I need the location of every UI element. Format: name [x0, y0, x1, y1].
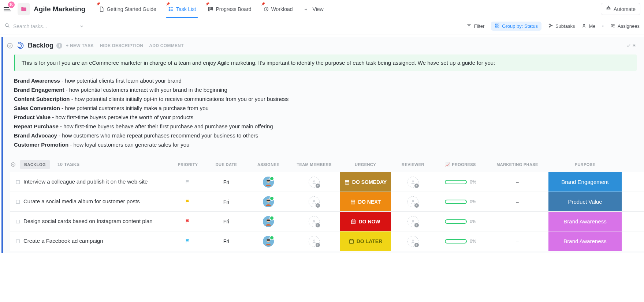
urgency-cell[interactable]: DO NEXT: [340, 192, 391, 211]
phase-cell[interactable]: –: [486, 231, 548, 251]
progress-cell[interactable]: 0%: [435, 192, 486, 211]
purpose-cell[interactable]: Brand Engagement: [548, 172, 622, 192]
tab-workload[interactable]: 📌 Workload: [257, 0, 299, 18]
chevron-down-icon[interactable]: [79, 24, 84, 29]
task-name[interactable]: Curate a social media album for customer…: [23, 198, 140, 205]
table-row[interactable]: Design social cards based on Instagram c…: [10, 211, 644, 231]
add-comment-button[interactable]: ADD COMMENT: [149, 43, 184, 48]
task-name[interactable]: Create a Facebook ad campaign: [23, 237, 103, 245]
add-reviewer-icon[interactable]: +: [407, 177, 418, 188]
col-phase[interactable]: MARKETING PHASE: [486, 162, 548, 167]
svg-rect-54: [351, 220, 355, 224]
reviewer-cell[interactable]: +: [391, 172, 435, 192]
task-name[interactable]: Interview a colleague and publish it on …: [23, 178, 148, 185]
col-team[interactable]: TEAM MEMBERS: [289, 162, 340, 167]
col-reviewer[interactable]: REVIEWER: [391, 162, 435, 167]
svg-point-67: [412, 240, 414, 241]
purpose-cell[interactable]: Brand Awareness: [548, 212, 622, 231]
tab-task-list[interactable]: 📌 Task List: [162, 0, 202, 18]
team-cell[interactable]: +: [289, 172, 340, 192]
me-button[interactable]: Me: [581, 23, 595, 29]
hide-description-button[interactable]: HIDE DESCRIPTION: [100, 43, 143, 48]
menu-toggle-button[interactable]: 10: [4, 4, 15, 15]
due-cell[interactable]: Fri: [204, 172, 248, 192]
task-name[interactable]: Design social cards based on Instagram c…: [23, 218, 153, 225]
table-row[interactable]: Create a Facebook ad campaign Fri + DO L…: [10, 231, 644, 251]
reviewer-cell[interactable]: +: [391, 231, 435, 251]
assignees-button[interactable]: Assignees: [610, 23, 640, 29]
svg-rect-43: [267, 200, 270, 201]
status-square-icon[interactable]: [16, 239, 20, 243]
add-reviewer-icon[interactable]: +: [407, 216, 418, 227]
assignee-cell[interactable]: [248, 192, 289, 211]
status-square-icon[interactable]: [16, 220, 20, 223]
collapse-group-icon[interactable]: [10, 162, 16, 167]
progress-cell[interactable]: 0%: [435, 231, 486, 251]
table-row[interactable]: Interview a colleague and publish it on …: [10, 172, 644, 192]
priority-cell[interactable]: [171, 212, 204, 231]
col-due[interactable]: DUE DATE: [204, 162, 248, 167]
col-progress[interactable]: 📈 PROGRESS: [435, 162, 486, 167]
space-title[interactable]: Agile Marketing: [34, 5, 85, 13]
progress-cell[interactable]: 0%: [435, 172, 486, 192]
urgency-cell[interactable]: DO LATER: [340, 231, 391, 251]
add-member-icon[interactable]: +: [309, 177, 320, 188]
phase-cell[interactable]: –: [486, 212, 548, 231]
status-square-icon[interactable]: [16, 200, 20, 204]
table-row[interactable]: Curate a social media album for customer…: [10, 192, 644, 211]
toolbar-right: Filter Group by: Status Subtasks Me • As…: [466, 22, 640, 31]
reviewer-cell[interactable]: +: [391, 212, 435, 231]
col-urgency[interactable]: URGENCY: [340, 162, 391, 167]
priority-cell[interactable]: [171, 231, 204, 251]
info-icon[interactable]: i: [56, 43, 62, 49]
purpose-cell[interactable]: Brand Awareness: [548, 231, 622, 251]
add-member-icon[interactable]: +: [309, 196, 320, 207]
priority-cell[interactable]: [171, 192, 204, 211]
urgency-cell[interactable]: DO NOW: [340, 212, 391, 231]
search-input-wrap[interactable]: [4, 23, 84, 30]
phase-cell[interactable]: –: [486, 192, 548, 211]
group-title[interactable]: Backlog i: [28, 42, 62, 49]
collapse-icon[interactable]: [7, 42, 13, 49]
definition-item: Sales Conversion - how potential custome…: [14, 105, 637, 111]
add-member-icon[interactable]: +: [309, 236, 320, 247]
team-cell[interactable]: +: [289, 231, 340, 251]
new-task-button[interactable]: + NEW TASK: [66, 43, 94, 48]
phase-cell[interactable]: –: [486, 172, 548, 192]
group-by-button[interactable]: Group by: Status: [491, 22, 541, 31]
priority-cell[interactable]: [171, 172, 204, 192]
due-cell[interactable]: Fri: [204, 192, 248, 211]
automate-button[interactable]: Automate: [601, 3, 640, 15]
col-priority[interactable]: PRIORITY: [171, 162, 204, 167]
tab-add-view[interactable]: + View: [299, 0, 330, 18]
progress-cell[interactable]: 0%: [435, 212, 486, 231]
svg-point-53: [313, 220, 315, 222]
automate-label: Automate: [614, 6, 636, 12]
assignee-cell[interactable]: [248, 172, 289, 192]
due-cell[interactable]: Fri: [204, 231, 248, 251]
doc-icon: [98, 6, 104, 12]
add-member-icon[interactable]: +: [309, 216, 320, 227]
tab-getting-started[interactable]: 📌 Getting Started Guide: [93, 0, 162, 18]
reviewer-cell[interactable]: +: [391, 192, 435, 211]
status-chip[interactable]: BACKLOG: [20, 160, 50, 169]
folder-icon[interactable]: [18, 3, 30, 15]
filter-button[interactable]: Filter: [466, 23, 484, 29]
tab-progress-board[interactable]: 📌 Progress Board: [202, 0, 257, 18]
col-purpose[interactable]: PURPOSE: [548, 162, 622, 167]
assignee-cell[interactable]: [248, 231, 289, 251]
team-cell[interactable]: +: [289, 192, 340, 211]
col-assignee[interactable]: ASSIGNEE: [248, 162, 289, 167]
subtasks-button[interactable]: Subtasks: [548, 23, 575, 29]
due-cell[interactable]: Fri: [204, 212, 248, 231]
svg-point-27: [584, 24, 585, 26]
svg-point-1: [169, 9, 170, 10]
purpose-cell[interactable]: Product Value: [548, 192, 622, 211]
search-input[interactable]: [13, 23, 72, 29]
add-reviewer-icon[interactable]: +: [407, 236, 418, 247]
status-square-icon[interactable]: [16, 180, 20, 184]
team-cell[interactable]: +: [289, 212, 340, 231]
add-reviewer-icon[interactable]: +: [407, 196, 418, 207]
urgency-cell[interactable]: DO SOMEDAY: [340, 172, 391, 192]
assignee-cell[interactable]: [248, 212, 289, 231]
